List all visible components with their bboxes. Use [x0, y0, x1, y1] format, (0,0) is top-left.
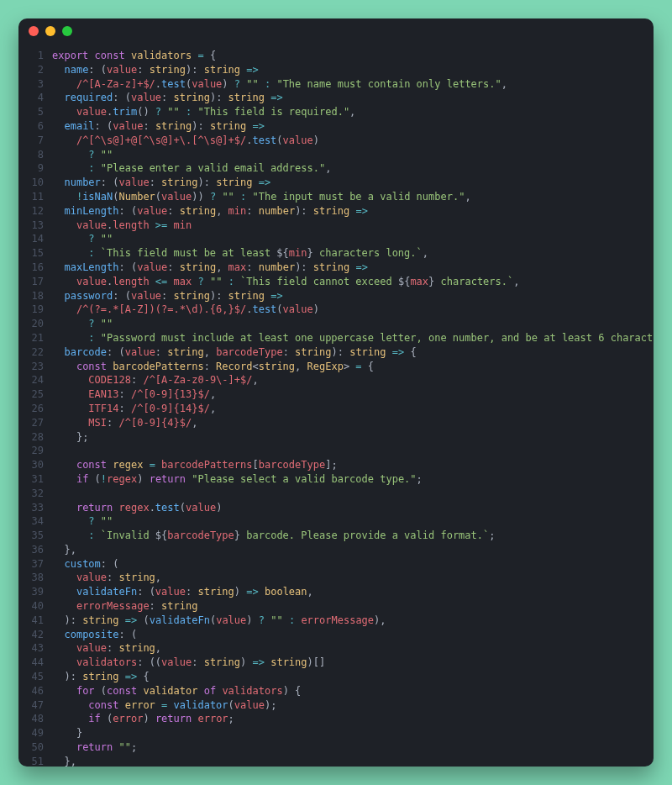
code-line[interactable]: 17 value.length <= max ? "" : `This fiel… — [18, 275, 654, 289]
code-line[interactable]: 6 email: (value: string): string => — [18, 119, 654, 134]
code-line[interactable]: 34 ? "" — [18, 514, 654, 529]
code-content: const regex = barcodePatterns[barcodeTyp… — [52, 458, 654, 472]
code-line[interactable]: 49 } — [18, 726, 654, 740]
code-line[interactable]: 13 value.length >= min — [18, 219, 654, 233]
code-line[interactable]: 18 password: (value: string): string => — [18, 289, 654, 303]
titlebar — [18, 18, 654, 44]
code-line[interactable]: 51 }, — [18, 755, 654, 767]
line-number: 27 — [18, 416, 52, 430]
code-line[interactable]: 23 const barcodePatterns: Record<string,… — [18, 360, 654, 374]
code-content: ): string => { — [52, 670, 654, 684]
line-number: 19 — [18, 303, 52, 317]
code-line[interactable]: 9 : "Please enter a valid email address.… — [18, 161, 654, 176]
code-line[interactable]: 38 value: string, — [18, 571, 654, 585]
code-content: ): string => (validateFn(value) ? "" : e… — [52, 614, 654, 628]
code-content: number: (value: string): string => — [52, 176, 654, 190]
code-line[interactable]: 16 maxLength: (value: string, max: numbe… — [18, 261, 654, 275]
code-line[interactable]: 8 ? "" — [18, 148, 654, 162]
code-line[interactable]: 45 ): string => { — [18, 670, 654, 684]
code-line[interactable]: 42 composite: ( — [18, 628, 654, 642]
line-number: 39 — [18, 585, 52, 599]
code-content: !isNaN(Number(value)) ? "" : "The input … — [52, 190, 654, 204]
code-content: /^(?=.*[A-Z])(?=.*\d).{6,}$/.test(value) — [52, 303, 654, 317]
code-content: name: (value: string): string => — [52, 63, 654, 77]
line-number: 44 — [18, 656, 52, 670]
code-content: } — [52, 726, 654, 740]
code-line[interactable]: 27 MSI: /^[0-9]{4}$/, — [18, 416, 654, 430]
code-content: email: (value: string): string => — [52, 119, 654, 134]
code-line[interactable]: 24 CODE128: /^[A-Za-z0-9\-]+$/, — [18, 373, 654, 387]
line-number: 13 — [18, 219, 52, 233]
code-content: value.length <= max ? "" : `This field c… — [52, 275, 654, 289]
code-content: : "Password must include at least one up… — [52, 331, 654, 345]
code-line[interactable]: 21 : "Password must include at least one… — [18, 331, 654, 345]
line-number: 51 — [18, 755, 52, 767]
code-line[interactable]: 31 if (!regex) return "Please select a v… — [18, 472, 654, 487]
line-number: 4 — [18, 91, 52, 105]
code-line[interactable]: 14 ? "" — [18, 232, 654, 246]
code-line[interactable]: 4 required: (value: string): string => — [18, 91, 654, 105]
line-number: 18 — [18, 289, 52, 303]
code-line[interactable]: 29 — [18, 444, 654, 458]
code-line[interactable]: 37 custom: ( — [18, 557, 654, 572]
code-line[interactable]: 43 value: string, — [18, 641, 654, 656]
line-number: 32 — [18, 487, 52, 501]
code-line[interactable]: 47 const error = validator(value); — [18, 698, 654, 713]
line-number: 10 — [18, 176, 52, 190]
code-line[interactable]: 5 value.trim() ? "" : "This field is req… — [18, 105, 654, 119]
code-line[interactable]: 1export const validators = { — [18, 49, 654, 63]
line-number: 8 — [18, 148, 52, 162]
line-number: 35 — [18, 529, 52, 543]
code-line[interactable]: 39 validateFn: (value: string) => boolea… — [18, 585, 654, 599]
minimize-icon[interactable] — [45, 26, 55, 36]
code-line[interactable]: 19 /^(?=.*[A-Z])(?=.*\d).{6,}$/.test(val… — [18, 303, 654, 317]
line-number: 1 — [18, 49, 52, 63]
code-line[interactable]: 33 return regex.test(value) — [18, 501, 654, 515]
code-line[interactable]: 46 for (const validator of validators) { — [18, 684, 654, 698]
code-line[interactable]: 48 if (error) return error; — [18, 712, 654, 726]
code-content: ITF14: /^[0-9]{14}$/, — [52, 402, 654, 416]
line-number: 30 — [18, 458, 52, 472]
code-line[interactable]: 35 : `Invalid ${barcodeType} barcode. Pl… — [18, 529, 654, 543]
zoom-icon[interactable] — [62, 26, 72, 36]
code-line[interactable]: 2 name: (value: string): string => — [18, 63, 654, 77]
line-number: 28 — [18, 430, 52, 445]
code-line[interactable]: 7 /^[^\s@]+@[^\s@]+\.[^\s@]+$/.test(valu… — [18, 134, 654, 148]
close-icon[interactable] — [29, 26, 39, 36]
code-content: minLength: (value: string, min: number):… — [52, 204, 654, 219]
code-line[interactable]: 50 return ""; — [18, 740, 654, 755]
line-number: 36 — [18, 543, 52, 557]
code-line[interactable]: 15 : `This field must be at least ${min}… — [18, 246, 654, 261]
line-number: 6 — [18, 119, 52, 134]
line-number: 9 — [18, 161, 52, 176]
code-line[interactable]: 3 /^[A-Za-z]+$/.test(value) ? "" : "The … — [18, 77, 654, 92]
code-editor[interactable]: 1export const validators = {2 name: (val… — [18, 44, 654, 767]
line-number: 23 — [18, 360, 52, 374]
code-line[interactable]: 44 validators: ((value: string) => strin… — [18, 656, 654, 670]
code-content: EAN13: /^[0-9]{13}$/, — [52, 387, 654, 402]
code-line[interactable]: 11 !isNaN(Number(value)) ? "" : "The inp… — [18, 190, 654, 204]
code-line[interactable]: 26 ITF14: /^[0-9]{14}$/, — [18, 402, 654, 416]
code-line[interactable]: 32 — [18, 487, 654, 501]
code-content: }, — [52, 543, 654, 557]
code-line[interactable]: 10 number: (value: string): string => — [18, 176, 654, 190]
line-number: 22 — [18, 345, 52, 360]
code-window: 1export const validators = {2 name: (val… — [18, 18, 654, 767]
code-line[interactable]: 12 minLength: (value: string, min: numbe… — [18, 204, 654, 219]
code-line[interactable]: 25 EAN13: /^[0-9]{13}$/, — [18, 387, 654, 402]
code-content: value: string, — [52, 571, 654, 585]
code-content: errorMessage: string — [52, 599, 654, 614]
code-line[interactable]: 30 const regex = barcodePatterns[barcode… — [18, 458, 654, 472]
code-content: custom: ( — [52, 557, 654, 572]
code-line[interactable]: 41 ): string => (validateFn(value) ? "" … — [18, 614, 654, 628]
code-content: const error = validator(value); — [52, 698, 654, 713]
code-content: /^[^\s@]+@[^\s@]+\.[^\s@]+$/.test(value) — [52, 134, 654, 148]
code-line[interactable]: 20 ? "" — [18, 317, 654, 331]
code-line[interactable]: 36 }, — [18, 543, 654, 557]
line-number: 3 — [18, 77, 52, 92]
code-content: export const validators = { — [52, 49, 654, 63]
code-line[interactable]: 40 errorMessage: string — [18, 599, 654, 614]
code-line[interactable]: 28 }; — [18, 430, 654, 445]
line-number: 21 — [18, 331, 52, 345]
code-line[interactable]: 22 barcode: (value: string, barcodeType:… — [18, 345, 654, 360]
